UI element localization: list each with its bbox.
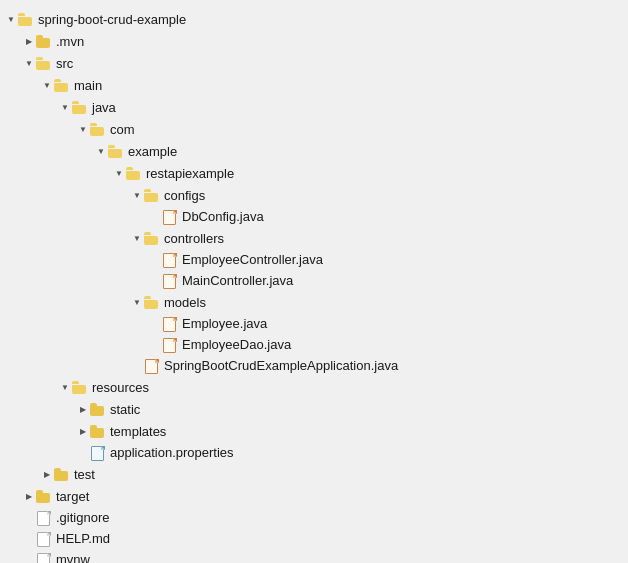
java-file-icon	[162, 338, 178, 352]
folder-open-icon	[126, 166, 142, 180]
item-label: SpringBootCrudExampleApplication.java	[164, 356, 398, 375]
item-label: templates	[110, 422, 166, 441]
item-label: .mvn	[56, 32, 84, 51]
folder-open-icon	[144, 231, 160, 245]
java-file-icon	[162, 274, 178, 288]
item-label: Employee.java	[182, 314, 267, 333]
item-label: .gitignore	[56, 508, 109, 527]
folder-icon	[36, 489, 52, 503]
list-item[interactable]: spring-boot-crud-example	[4, 8, 624, 30]
item-label: restapiexample	[146, 164, 234, 183]
toggle-icon[interactable]	[22, 53, 36, 73]
java-file-icon	[162, 317, 178, 331]
list-item[interactable]: controllers	[4, 227, 624, 249]
item-label: example	[128, 142, 177, 161]
toggle-icon[interactable]	[130, 292, 144, 312]
list-item[interactable]: target	[4, 485, 624, 507]
list-item[interactable]: EmployeeController.java	[4, 249, 624, 270]
item-label: MainController.java	[182, 271, 293, 290]
toggle-icon[interactable]	[76, 399, 90, 419]
folder-open-icon	[72, 100, 88, 114]
toggle-icon[interactable]	[130, 185, 144, 205]
list-item[interactable]: test	[4, 463, 624, 485]
list-item[interactable]: HELP.md	[4, 528, 624, 549]
item-label: DbConfig.java	[182, 207, 264, 226]
list-item[interactable]: .gitignore	[4, 507, 624, 528]
item-label: spring-boot-crud-example	[38, 10, 186, 29]
properties-file-icon	[90, 446, 106, 460]
list-item[interactable]: java	[4, 96, 624, 118]
folder-open-icon	[36, 56, 52, 70]
folder-open-icon	[144, 188, 160, 202]
folder-icon	[90, 402, 106, 416]
toggle-icon[interactable]	[58, 377, 72, 397]
toggle-icon[interactable]	[130, 228, 144, 248]
list-item[interactable]: resources	[4, 376, 624, 398]
file-icon	[36, 553, 52, 564]
list-item[interactable]: application.properties	[4, 442, 624, 463]
folder-open-icon	[72, 380, 88, 394]
item-label: EmployeeDao.java	[182, 335, 291, 354]
toggle-icon[interactable]	[112, 163, 126, 183]
list-item[interactable]: EmployeeDao.java	[4, 334, 624, 355]
item-label: application.properties	[110, 443, 234, 462]
folder-icon	[54, 467, 70, 481]
toggle-icon[interactable]	[40, 464, 54, 484]
item-label: target	[56, 487, 89, 506]
item-label: controllers	[164, 229, 224, 248]
toggle-icon[interactable]	[22, 31, 36, 51]
item-label: java	[92, 98, 116, 117]
item-label: HELP.md	[56, 529, 110, 548]
list-item[interactable]: main	[4, 74, 624, 96]
item-label: com	[110, 120, 135, 139]
java-file-icon	[144, 359, 160, 373]
toggle-icon[interactable]	[22, 486, 36, 506]
list-item[interactable]: src	[4, 52, 624, 74]
toggle-icon[interactable]	[76, 421, 90, 441]
item-label: src	[56, 54, 73, 73]
list-item[interactable]: models	[4, 291, 624, 313]
list-item[interactable]: configs	[4, 184, 624, 206]
file-tree: spring-boot-crud-example .mvn src main j…	[4, 8, 624, 563]
item-label: EmployeeController.java	[182, 250, 323, 269]
list-item[interactable]: MainController.java	[4, 270, 624, 291]
item-label: test	[74, 465, 95, 484]
list-item[interactable]: restapiexample	[4, 162, 624, 184]
item-label: configs	[164, 186, 205, 205]
item-label: mvnw	[56, 550, 90, 563]
list-item[interactable]: mvnw	[4, 549, 624, 563]
item-label: models	[164, 293, 206, 312]
item-label: resources	[92, 378, 149, 397]
folder-open-icon	[108, 144, 124, 158]
toggle-icon[interactable]	[58, 97, 72, 117]
list-item[interactable]: Employee.java	[4, 313, 624, 334]
file-icon	[36, 511, 52, 525]
java-file-icon	[162, 210, 178, 224]
list-item[interactable]: com	[4, 118, 624, 140]
folder-open-icon	[144, 295, 160, 309]
java-file-icon	[162, 253, 178, 267]
list-item[interactable]: example	[4, 140, 624, 162]
folder-open-icon	[18, 12, 34, 26]
item-label: main	[74, 76, 102, 95]
toggle-icon[interactable]	[4, 9, 18, 29]
list-item[interactable]: templates	[4, 420, 624, 442]
folder-open-icon	[90, 122, 106, 136]
toggle-icon[interactable]	[94, 141, 108, 161]
list-item[interactable]: .mvn	[4, 30, 624, 52]
folder-icon	[36, 34, 52, 48]
list-item[interactable]: DbConfig.java	[4, 206, 624, 227]
toggle-icon[interactable]	[76, 119, 90, 139]
toggle-icon[interactable]	[40, 75, 54, 95]
folder-icon	[90, 424, 106, 438]
item-label: static	[110, 400, 140, 419]
list-item[interactable]: static	[4, 398, 624, 420]
list-item[interactable]: SpringBootCrudExampleApplication.java	[4, 355, 624, 376]
folder-open-icon	[54, 78, 70, 92]
file-icon	[36, 532, 52, 546]
